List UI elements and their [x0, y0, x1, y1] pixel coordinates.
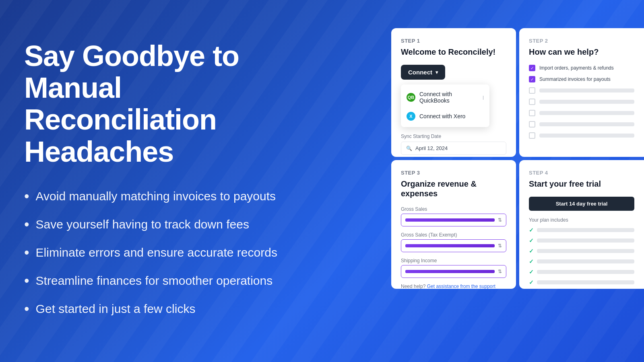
checkbox-checked-icon-2[interactable]: ✓ [529, 76, 535, 82]
shipping-income-select[interactable]: ⇅ [401, 265, 506, 278]
cursor-pos: | [483, 95, 484, 100]
chevron-down-icon: ▾ [436, 70, 438, 75]
select-arrows-icon-3: ⇅ [498, 269, 502, 274]
step2-card: STEP 2 How can we help? ✓ Import orders,… [519, 28, 644, 157]
check-icon-1: ✓ [529, 227, 534, 233]
step1-card: STEP 1 Welcome to Reconcilely! Connect ▾… [391, 28, 516, 157]
plan-item-3: ✓ [529, 248, 634, 254]
connect-xero-item[interactable]: X Connect with Xero [401, 108, 489, 125]
heading-line2: Reconciliation Headaches [24, 103, 217, 167]
option-4 [529, 99, 634, 105]
checkbox-unchecked-icon-5[interactable] [529, 132, 535, 139]
left-panel: Say Goodbye to Manual Reconciliation Hea… [24, 40, 338, 317]
plan-item-1: ✓ [529, 227, 634, 233]
plan-item-5: ✓ [529, 269, 634, 275]
step3-card: STEP 3 Organize revenue & expenses Gross… [391, 160, 516, 289]
bullet-item: Get started in just a few clicks [24, 300, 338, 317]
quickbooks-icon: QB [407, 93, 415, 102]
bullet-item: Avoid manually matching invoices to payo… [24, 188, 338, 205]
gross-sales-tax-select[interactable]: ⇅ [401, 239, 506, 252]
checkbox-unchecked-icon-2[interactable] [529, 99, 535, 105]
step4-card: STEP 4 Start your free trial Start 14 da… [519, 160, 644, 289]
options-list: ✓ Import orders, payments & refunds ✓ Su… [529, 65, 634, 139]
gross-sales-tax-field: Gross Sales (Tax Exempt) ⇅ [401, 232, 506, 252]
option-7 [529, 132, 634, 139]
bullet-item: Eliminate errors and ensure accurate rec… [24, 244, 338, 261]
gross-sales-field: Gross Sales ⇅ [401, 206, 506, 226]
plan-item-2: ✓ [529, 237, 634, 244]
gross-sales-select[interactable]: ⇅ [401, 214, 506, 226]
check-icon-3: ✓ [529, 248, 534, 254]
heading-line1: Say Goodbye to Manual [24, 40, 239, 104]
option-3 [529, 87, 634, 94]
checkbox-unchecked-icon-3[interactable] [529, 110, 535, 116]
main-heading: Say Goodbye to Manual Reconciliation Hea… [24, 40, 338, 168]
plan-item-4: ✓ [529, 258, 634, 265]
check-icon-5: ✓ [529, 269, 534, 275]
select-arrows-icon: ⇅ [498, 217, 502, 223]
step2-title: How can we help? [529, 47, 634, 57]
check-icon-6: ✓ [529, 279, 534, 286]
feature-list: Avoid manually matching invoices to payo… [24, 188, 338, 317]
step1-label: STEP 1 [401, 38, 506, 44]
step4-title: Start your free trial [529, 179, 634, 189]
help-text: Need help? Get assistance from the suppo… [401, 284, 506, 289]
sync-date-input[interactable]: 🔍 April 12, 2024 [401, 142, 506, 155]
connect-dropdown: QB Connect with QuickBooks | X Connect w… [401, 84, 489, 127]
option-6 [529, 121, 634, 128]
connect-button[interactable]: Connect ▾ [401, 65, 445, 80]
shipping-income-field: Shipping Income ⇅ [401, 258, 506, 278]
option-5 [529, 110, 634, 116]
plan-item-6: ✓ [529, 279, 634, 286]
search-icon: 🔍 [406, 146, 412, 151]
checkbox-unchecked-icon-1[interactable] [529, 87, 535, 94]
plan-includes-label: Your plan includes [529, 217, 634, 223]
cards-grid: STEP 1 Welcome to Reconcilely! Connect ▾… [391, 28, 644, 289]
connect-quickbooks-item[interactable]: QB Connect with QuickBooks | [401, 87, 489, 108]
select-arrows-icon-2: ⇅ [498, 243, 502, 249]
start-trial-button[interactable]: Start 14 day free trial [529, 197, 634, 211]
step2-label: STEP 2 [529, 38, 634, 44]
check-icon-2: ✓ [529, 237, 534, 244]
option-import-orders: ✓ Import orders, payments & refunds [529, 65, 634, 71]
bullet-item: Streamline finances for smoother operati… [24, 272, 338, 289]
option-summarized-invoices: ✓ Summarized invoices for payouts [529, 76, 634, 82]
check-icon-4: ✓ [529, 258, 534, 265]
bullet-item: Save yourself having to track down fees [24, 216, 338, 233]
step1-title: Welcome to Reconcilely! [401, 47, 506, 57]
step3-title: Organize revenue & expenses [401, 179, 506, 198]
checkbox-unchecked-icon-4[interactable] [529, 121, 535, 128]
step3-label: STEP 3 [401, 170, 506, 176]
checkbox-checked-icon[interactable]: ✓ [529, 65, 535, 71]
sync-date-label: Sync Starting Date [401, 134, 506, 139]
step4-label: STEP 4 [529, 170, 634, 176]
xero-icon: X [407, 112, 415, 121]
